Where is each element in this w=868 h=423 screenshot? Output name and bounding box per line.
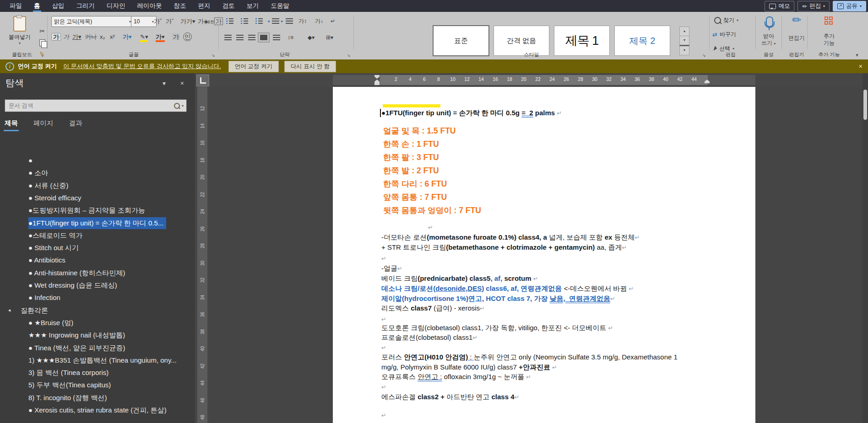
styles-gallery-more[interactable]: ▾: [679, 45, 689, 55]
subscript-icon[interactable]: x₂: [100, 32, 105, 42]
shading-icon[interactable]: ◆▾: [308, 33, 315, 42]
font-name-combo[interactable]: 맑은 고딕(제목) ▾: [51, 16, 134, 27]
numbered-list-icon[interactable]: [244, 18, 248, 24]
styles-dialog-launcher[interactable]: ↘: [702, 54, 706, 58]
vertical-scrollbar[interactable]: [863, 73, 868, 423]
nav-tab-제목[interactable]: 제목: [5, 119, 18, 131]
clipboard-dialog-launcher[interactable]: ↘: [40, 54, 44, 58]
nav-heading-item[interactable]: ● Anti-histamine (항히스타민제): [0, 267, 195, 279]
shrink-font-icon[interactable]: 가ˇ: [166, 16, 174, 26]
nav-heading-item[interactable]: ● Stitch out 시기: [0, 242, 195, 254]
font-size-combo[interactable]: 10 ▾: [131, 16, 157, 27]
nav-heading-item[interactable]: ● ★Bruise (멍): [0, 317, 195, 329]
chevron-down-icon[interactable]: ▾: [182, 104, 184, 108]
paragraph-dialog-launcher[interactable]: ↘: [347, 54, 351, 58]
paste-button[interactable]: 붙여넣기 ▾: [5, 15, 35, 51]
highlight-color-icon[interactable]: ✎▾: [140, 32, 148, 42]
menu-item-삽입[interactable]: 삽입: [46, 0, 71, 12]
nav-heading-item[interactable]: ● Wet dressing (습윤 드레싱): [0, 279, 195, 291]
copy-button[interactable]: [39, 39, 45, 46]
align-left-icon[interactable]: [224, 35, 232, 40]
first-line-indent-marker[interactable]: [374, 75, 380, 79]
sort-icon[interactable]: 가↓: [315, 16, 323, 26]
menu-item-보기[interactable]: 보기: [241, 0, 265, 12]
nav-tab-결과[interactable]: 결과: [69, 119, 82, 131]
justify-icon[interactable]: [260, 35, 267, 40]
strikethrough-icon[interactable]: 가나: [85, 32, 97, 42]
underline-icon[interactable]: 가▾: [72, 32, 81, 42]
menu-item-편지[interactable]: 편지: [192, 0, 217, 12]
style-card-nospacing[interactable]: 간격 없음: [494, 26, 549, 56]
menu-item-홈[interactable]: 홈: [28, 0, 46, 12]
nav-heading-item[interactable]: ▸질환각론: [0, 305, 195, 316]
nav-heading-item[interactable]: ●: [0, 155, 195, 166]
styles-scroll-down[interactable]: ▾: [679, 36, 689, 45]
grow-font-icon[interactable]: 가ˆ: [154, 16, 162, 26]
collapse-ribbon-button[interactable]: ▾: [852, 50, 862, 59]
nav-heading-item[interactable]: 5) 두부 백선(Tinea capitus): [0, 379, 195, 391]
nav-heading-item[interactable]: ● Xerosis cutis, striae rubra state (건피,…: [0, 404, 195, 416]
tree-expand-icon[interactable]: ▸: [5, 305, 16, 315]
italic-icon[interactable]: 가: [63, 32, 69, 42]
nav-heading-item[interactable]: ● Infection: [0, 292, 195, 304]
find-button[interactable]: 찾기 ▾: [714, 16, 738, 24]
editing-mode-button[interactable]: ✏ 편집 ▾: [797, 1, 830, 11]
style-card-heading2[interactable]: 제목 2: [614, 26, 670, 56]
increase-indent-icon[interactable]: ▸: [286, 18, 293, 24]
menu-item-그리기[interactable]: 그리기: [71, 0, 101, 12]
align-right-icon[interactable]: [248, 35, 255, 40]
nav-heading-item[interactable]: ● 소아: [0, 167, 195, 179]
menu-item-참조[interactable]: 참조: [168, 0, 192, 12]
nav-tab-페이지[interactable]: 페이지: [33, 119, 54, 131]
turn-on-proofing-button[interactable]: 언어 교정 켜기: [228, 61, 279, 72]
style-card-heading1[interactable]: 제목 1: [554, 26, 610, 56]
nav-heading-item[interactable]: 1) ★★★B351 손발톱백선 (Tinea unguium, ony...: [0, 354, 195, 366]
enclose-characters-icon[interactable]: 인: [183, 32, 192, 42]
paragraph-mark-icon[interactable]: ↵: [331, 16, 335, 26]
replace-button[interactable]: ⇄ 바꾸기: [712, 31, 736, 38]
share-button[interactable]: ↗ 공유 ▾: [833, 1, 866, 11]
text-effects-icon[interactable]: 가▾: [123, 32, 132, 42]
navigation-pane-options-button[interactable]: ▾: [163, 80, 166, 87]
hanging-indent-marker[interactable]: [374, 80, 380, 83]
nav-heading-item[interactable]: ● Tinea (백선, 얕은 피부진균증): [0, 342, 195, 354]
nav-heading-item[interactable]: ● 서류 (신중): [0, 180, 195, 192]
align-center-icon[interactable]: [236, 35, 244, 40]
close-icon[interactable]: ×: [859, 63, 863, 70]
change-case-icon[interactable]: 가가▾: [180, 16, 195, 26]
left-indent-marker[interactable]: [374, 83, 380, 85]
menu-item-도움말[interactable]: 도움말: [265, 0, 296, 12]
style-card-normal[interactable]: 표준: [433, 26, 489, 56]
navigation-pane-close-button[interactable]: ×: [180, 80, 184, 87]
menu-item-레이아웃[interactable]: 레이아웃: [131, 0, 168, 12]
nav-heading-item[interactable]: ● Steroid efficacy: [0, 192, 195, 204]
menu-item-디자인[interactable]: 디자인: [101, 0, 131, 12]
borders-icon[interactable]: ⊞▾: [326, 33, 333, 42]
nav-heading-item[interactable]: ●도핑방지위원회 – 금지약물 조회가능: [0, 204, 195, 216]
font-color-icon[interactable]: 가▾: [156, 32, 165, 42]
superscript-icon[interactable]: x²: [110, 32, 115, 42]
tab-stop-selector[interactable]: [196, 75, 209, 86]
font-dialog-launcher[interactable]: ↘: [212, 54, 215, 58]
menu-item-검토[interactable]: 검토: [217, 0, 241, 12]
decrease-indent-icon[interactable]: ◂: [272, 18, 279, 24]
multilevel-list-icon[interactable]: [258, 18, 263, 24]
document-search-box[interactable]: ▾: [5, 99, 187, 112]
distribute-icon[interactable]: [273, 35, 280, 40]
styles-scroll-up[interactable]: ▴: [679, 27, 689, 36]
comments-button[interactable]: 메모: [765, 1, 794, 11]
bullet-list-icon[interactable]: [229, 18, 233, 24]
nav-heading-item[interactable]: ●스테로이드 역가: [0, 230, 195, 241]
nav-heading-item[interactable]: 3) 몸 백선 (Tinea corporis): [0, 367, 195, 379]
cut-button[interactable]: ✂: [38, 27, 47, 36]
nav-heading-item[interactable]: ●1FTU(finger tip unit) = 손가락 한 마디 0.5...: [0, 217, 195, 229]
bold-icon[interactable]: 가: [51, 32, 61, 42]
search-icon[interactable]: [174, 103, 180, 109]
nav-heading-item[interactable]: 8) T. incognito (잠행 백선): [0, 392, 195, 404]
dismiss-notification-button[interactable]: 다시 표시 안 함: [284, 61, 336, 72]
character-shading-icon[interactable]: 가: [172, 32, 180, 42]
phonetic-guide-icon[interactable]: 내천: [206, 16, 214, 27]
menu-item-파일[interactable]: 파일: [4, 0, 28, 12]
scrollbar-thumb[interactable]: [863, 90, 867, 120]
nav-heading-item[interactable]: ● Antibiotics: [0, 254, 195, 266]
